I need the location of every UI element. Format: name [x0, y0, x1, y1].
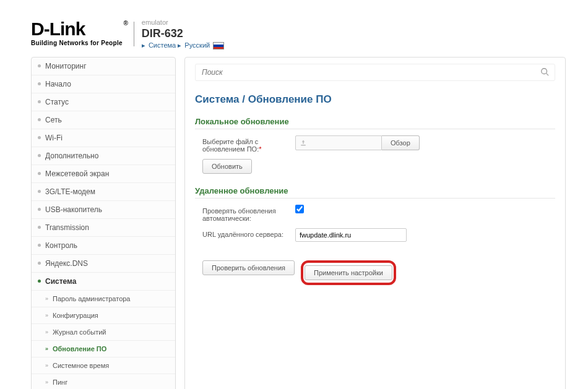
- sidebar-item-system[interactable]: Система: [32, 273, 175, 291]
- bullet-icon: [38, 208, 41, 211]
- bullet-icon: [38, 280, 41, 283]
- section-remote-update: Удаленное обновление: [195, 186, 555, 199]
- bullet-icon: [38, 136, 41, 139]
- sub-arrow-icon: »: [45, 329, 48, 335]
- sidebar-item-label: Яндекс.DNS: [45, 259, 88, 268]
- device-name: DIR-632: [142, 27, 224, 40]
- bullet-icon: [38, 82, 41, 85]
- logo-brand: D-Link®: [31, 19, 123, 40]
- sidebar-sub-admin-password[interactable]: »Пароль администратора: [32, 291, 175, 307]
- sidebar-item-label: Системное время: [53, 362, 109, 369]
- sidebar-item-advanced[interactable]: Дополнительно: [32, 147, 175, 165]
- header-device: emulator DIR-632 ▸ Система ▸ Русский: [142, 19, 224, 49]
- bullet-icon: [38, 244, 41, 247]
- sidebar-item-label: Wi-Fi: [45, 134, 63, 142]
- sidebar-item-usb-storage[interactable]: USB-накопитель: [32, 201, 175, 219]
- remote-url-input[interactable]: [295, 228, 407, 242]
- breadcrumb-language[interactable]: Русский: [184, 41, 210, 49]
- sidebar-item-label: 3G/LTE-модем: [45, 187, 95, 196]
- auto-check-checkbox[interactable]: [295, 205, 304, 213]
- sidebar-item-label: Контроль: [45, 241, 77, 250]
- apply-highlight: Применить настройки: [301, 260, 396, 285]
- sidebar-item-label: Система: [45, 277, 77, 286]
- sidebar-item-start[interactable]: Начало: [32, 75, 175, 93]
- page-title: Система / Обновление ПО: [195, 93, 555, 106]
- url-label: URL удалённого сервера:: [202, 228, 295, 238]
- sub-arrow-icon: »: [45, 362, 48, 369]
- sidebar-sub-event-log[interactable]: »Журнал событий: [32, 324, 175, 341]
- sidebar-item-wifi[interactable]: Wi-Fi: [32, 129, 175, 147]
- sidebar-item-label: USB-накопитель: [45, 205, 102, 214]
- browse-button[interactable]: Обзор: [382, 135, 420, 150]
- bullet-icon: [38, 118, 41, 121]
- logo: D-Link® Building Networks for People: [31, 19, 123, 46]
- sub-arrow-icon: »: [45, 312, 48, 318]
- svg-line-1: [547, 74, 549, 76]
- file-display[interactable]: [295, 135, 382, 150]
- sidebar-item-label: Пинг: [53, 378, 67, 386]
- sidebar-item-firewall[interactable]: Межсетевой экран: [32, 165, 175, 183]
- chevron-right-icon: ▸: [178, 41, 181, 49]
- check-updates-button[interactable]: Проверить обновления: [202, 260, 295, 275]
- header: D-Link® Building Networks for People emu…: [0, 0, 588, 49]
- sidebar-item-label: Обновление ПО: [53, 345, 106, 353]
- action-row: Проверить обновления Применить настройки: [195, 260, 555, 285]
- sidebar-item-label: Начало: [45, 80, 71, 88]
- sidebar-sub-ping[interactable]: »Пинг: [32, 374, 175, 389]
- apply-settings-button[interactable]: Применить настройки: [305, 265, 392, 280]
- sidebar-item-control[interactable]: Контроль: [32, 237, 175, 255]
- sidebar-item-label: Мониторинг: [45, 62, 87, 71]
- chevron-right-icon: ▸: [142, 41, 145, 49]
- sub-arrow-icon: »: [45, 379, 48, 385]
- sidebar-item-label: Статус: [45, 98, 69, 106]
- sidebar-sub-system-time[interactable]: »Системное время: [32, 357, 175, 374]
- sidebar-item-3g-lte[interactable]: 3G/LTE-модем: [32, 183, 175, 201]
- auto-check-label: Проверять обновления автоматически:: [202, 205, 295, 222]
- search-wrap: [195, 64, 555, 81]
- flag-ru-icon[interactable]: [213, 42, 224, 49]
- file-label: Выберите файл с обновлением ПО:*: [202, 135, 295, 153]
- svg-point-0: [542, 69, 547, 74]
- sidebar-item-network[interactable]: Сеть: [32, 111, 175, 129]
- sub-arrow-icon: »: [45, 346, 48, 352]
- sidebar-item-label: Transmission: [45, 223, 89, 232]
- sidebar-item-monitoring[interactable]: Мониторинг: [32, 58, 175, 75]
- file-picker: Обзор: [295, 135, 555, 150]
- sidebar-item-label: Сеть: [45, 116, 62, 124]
- bullet-icon: [38, 262, 41, 265]
- sidebar: Мониторинг Начало Статус Сеть Wi-Fi Допо…: [31, 57, 176, 389]
- sidebar-item-yandex-dns[interactable]: Яндекс.DNS: [32, 255, 175, 273]
- sidebar-sub-configuration[interactable]: »Конфигурация: [32, 307, 175, 324]
- sidebar-item-label: Дополнительно: [45, 152, 98, 160]
- sidebar-sub-firmware-update[interactable]: »Обновление ПО: [32, 341, 175, 357]
- update-button[interactable]: Обновить: [202, 159, 252, 174]
- sidebar-item-label: Журнал событий: [53, 328, 106, 336]
- section-local-update: Локальное обновление: [195, 117, 555, 129]
- bullet-icon: [38, 154, 41, 157]
- sidebar-item-transmission[interactable]: Transmission: [32, 219, 175, 237]
- bullet-icon: [38, 172, 41, 175]
- upload-icon: [300, 139, 307, 147]
- sidebar-item-label: Конфигурация: [53, 312, 98, 319]
- sidebar-item-label: Пароль администратора: [53, 295, 131, 302]
- breadcrumb: ▸ Система ▸ Русский: [142, 41, 224, 49]
- main-panel: Система / Обновление ПО Локальное обновл…: [184, 57, 566, 389]
- search-input[interactable]: [195, 64, 555, 81]
- search-icon[interactable]: [540, 67, 549, 78]
- sidebar-item-status[interactable]: Статус: [32, 93, 175, 111]
- bullet-icon: [38, 226, 41, 229]
- header-separator: [134, 22, 134, 46]
- bullet-icon: [38, 100, 41, 103]
- logo-tagline: Building Networks for People: [31, 40, 123, 46]
- sidebar-item-label: Межсетевой экран: [45, 169, 109, 178]
- bullet-icon: [38, 190, 41, 193]
- sub-arrow-icon: »: [45, 296, 48, 302]
- emulator-label: emulator: [142, 19, 224, 26]
- breadcrumb-system[interactable]: Система: [149, 41, 176, 49]
- bullet-icon: [38, 64, 41, 67]
